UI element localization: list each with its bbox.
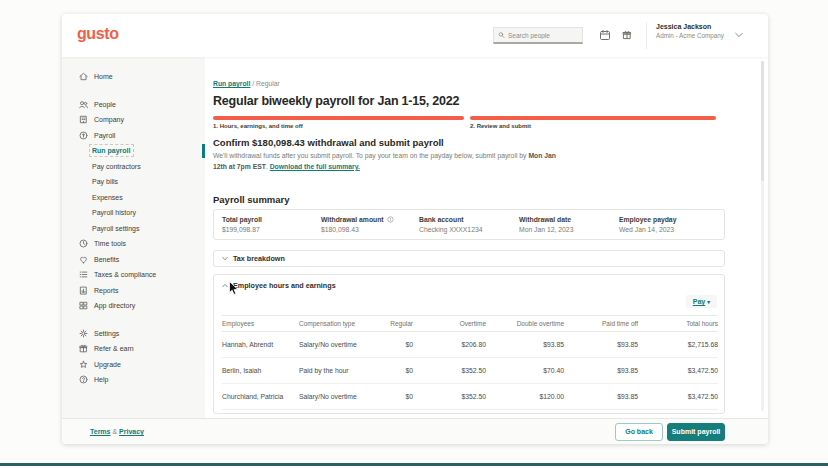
step-1-label: 1. Hours, earnings, and time off [213,123,303,129]
payroll-summary-card: Total payroll $199,098.87 Withdrawal amo… [213,209,725,240]
col-regular: Regular [364,316,413,332]
col-overtime: Overtime [413,316,486,332]
sidebar-item-upgrade[interactable]: Upgrade [62,357,205,373]
terms-link[interactable]: Terms [90,428,111,435]
user-role: Admin - Acme Company [656,32,724,39]
main-content: Run payroll / Regular Regular biweekly p… [205,57,768,418]
user-name: Jessica Jackson [656,23,724,30]
summary-withdrawal-amount: Withdrawal amount $180,098.43 [321,216,419,239]
summary-bank-account: Bank account Checking XXXX1234 [419,216,519,239]
scrollbar-thumb[interactable] [761,61,764,181]
download-summary-link[interactable]: Download the full summary. [270,163,360,170]
breadcrumb-separator: / [252,80,254,87]
sidebar-item-reports[interactable]: Reports [62,283,205,299]
sidebar-item-payroll-settings[interactable]: Payroll settings [62,221,205,237]
go-back-button[interactable]: Go back [615,423,663,441]
summary-total-payroll: Total payroll $199,098.87 [222,216,321,239]
employee-hours-table: Employees Compensation type Regular Over… [222,315,718,410]
calendar-icon[interactable] [599,29,611,41]
report-icon [78,285,89,296]
gift-icon[interactable] [621,29,633,41]
search-input[interactable] [508,32,578,39]
payroll-summary-heading: Payroll summary [213,194,290,205]
step-2-label: 2. Review and submit [470,123,531,129]
app-body: Home People Company Payroll Run payroll … [62,57,768,418]
question-icon [78,374,89,385]
sidebar-item-expenses[interactable]: Expenses [62,190,205,206]
summary-employee-payday: Employee payday Wed Jan 14, 2023 [619,216,724,239]
table-row: Hannah, Abrendt Salary/No overtime $0 $2… [222,332,718,358]
progress-bar [213,116,716,120]
sidebar-item-people[interactable]: People [62,97,205,113]
sidebar-item-run-payroll[interactable]: Run payroll [62,143,205,159]
sidebar-item-payroll-history[interactable]: Payroll history [62,205,205,221]
sidebar-item-pay-bills[interactable]: Pay bills [62,174,205,190]
star-icon [78,359,89,370]
search-box[interactable] [493,27,583,44]
heart-icon [78,254,89,265]
grid-icon [78,300,89,311]
sidebar-item-payroll[interactable]: Payroll [62,128,205,144]
employee-hours-header[interactable]: Employee hours and earnings [214,275,724,290]
app-footer: Terms & Privacy Go back Submit payroll [62,418,768,444]
chevron-down-icon [221,255,229,262]
sidebar-item-benefits[interactable]: Benefits [62,252,205,268]
sidebar-item-refer-earn[interactable]: Refer & earn [62,341,205,357]
confirm-heading: Confirm $180,098.43 withdrawal and submi… [213,137,444,148]
coin-icon [78,130,89,141]
table-header-row: Employees Compensation type Regular Over… [222,316,718,332]
sidebar-item-help[interactable]: Help [62,372,205,388]
summary-withdrawal-date: Withdrawal date Mon Jan 12, 2023 [519,216,619,239]
mouse-cursor [229,281,240,296]
confirm-body-text: We'll withdrawal funds after you submit … [213,152,526,159]
gusto-logo: gusto [77,25,119,43]
tax-breakdown-accordion[interactable]: Tax breakdown [213,250,725,267]
gear-icon [78,328,89,339]
col-compensation-type: Compensation type [299,316,364,332]
people-icon [78,99,89,110]
progress-segment-2 [470,116,716,120]
chevron-up-icon [221,282,229,289]
sidebar-item-company[interactable]: Company [62,112,205,128]
building-icon [78,114,89,125]
page-title: Regular biweekly payroll for Jan 1-15, 2… [213,94,459,108]
sidebar-item-home[interactable]: Home [62,69,205,85]
col-employees: Employees [222,316,299,332]
breadcrumb: Run payroll / Regular [213,80,280,87]
table-row: Berlin, Isaiah Paid by the hour $0 $352.… [222,358,718,384]
sidebar-item-app-directory[interactable]: App directory [62,298,205,314]
app-header: gusto Jessica Jackson Admin - Acme Compa… [62,14,768,57]
pay-dropdown-button[interactable]: Pay▾ [686,295,717,308]
user-menu[interactable]: Jessica Jackson Admin - Acme Company [656,23,724,39]
search-icon [498,31,505,39]
bottom-edge-line [0,463,828,466]
confirm-body: We'll withdrawal funds after you submit … [213,151,565,173]
sidebar: Home People Company Payroll Run payroll … [62,57,205,418]
sidebar-item-pay-contractors[interactable]: Pay contractors [62,159,205,175]
checklist-icon [78,269,89,280]
table-row: Churchland, Patricia Salary/No overtime … [222,384,718,410]
col-total-hours: Total hours [638,316,718,332]
col-paid-time-off: Paid time off [564,316,638,332]
breadcrumb-run-payroll-link[interactable]: Run payroll [213,80,250,87]
gift-icon [78,343,89,354]
terms-privacy: Terms & Privacy [90,428,144,435]
sidebar-item-settings[interactable]: Settings [62,326,205,342]
breadcrumb-current: Regular [256,80,280,87]
chevron-down-icon[interactable] [734,31,744,39]
sidebar-item-time-tools[interactable]: Time tools [62,236,205,252]
col-double-overtime: Double overtime [486,316,564,332]
clock-icon [78,238,89,249]
app-window: gusto Jessica Jackson Admin - Acme Compa… [62,14,768,444]
info-icon[interactable] [387,216,394,223]
home-icon [78,71,89,82]
employee-hours-accordion: Employee hours and earnings Pay▾ Employe… [213,274,725,414]
privacy-link[interactable]: Privacy [119,428,144,435]
progress-segment-1 [213,116,464,120]
caret-down-icon: ▾ [707,299,710,305]
sidebar-item-taxes-compliance[interactable]: Taxes & compliance [62,267,205,283]
header-divider [646,22,647,49]
submit-payroll-button[interactable]: Submit payroll [667,423,725,441]
